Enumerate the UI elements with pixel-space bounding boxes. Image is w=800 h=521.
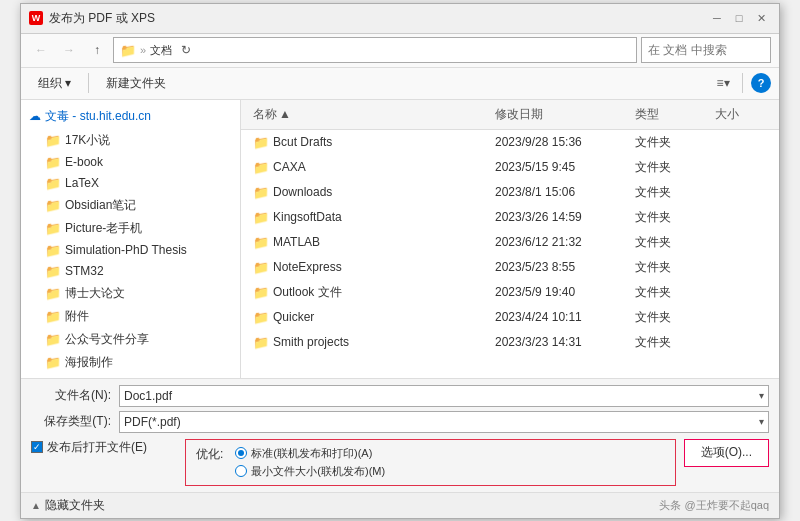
navigation-bar: ← → ↑ 📁 » 文档 ↻ 🔍 [21,34,779,68]
filetype-input[interactable]: PDF(*.pdf) ▾ [119,411,769,433]
table-row[interactable]: 📁Outlook 文件 2023/5/9 19:40 文件夹 [241,280,779,305]
file-list[interactable]: 📁Bcut Drafts 2023/9/28 15:36 文件夹 📁CAXA 2… [241,130,779,350]
sidebar-item-ebook[interactable]: 📁 E-book [21,152,240,173]
hide-folder-label: 隐藏文件夹 [45,497,105,514]
table-row[interactable]: 📁KingsoftData 2023/3/26 14:59 文件夹 [241,205,779,230]
publish-checkbox-input[interactable] [31,441,43,453]
new-folder-button[interactable]: 新建文件夹 [97,72,175,94]
address-bar[interactable]: 📁 » 文档 ↻ [113,37,637,63]
sidebar-account[interactable]: ☁ 文毒 - stu.hit.edu.cn [21,104,240,129]
sidebar-item-stm32[interactable]: 📁 STM32 [21,261,240,282]
filename-row: 文件名(N): Doc1.pdf ▾ [31,385,769,407]
table-row[interactable]: 📁Bcut Drafts 2023/9/28 15:36 文件夹 [241,130,779,155]
table-row[interactable]: 📁Quicker 2023/4/24 10:11 文件夹 [241,305,779,330]
folder-icon: 📁 [45,264,61,279]
table-row[interactable]: 📁Downloads 2023/8/1 15:06 文件夹 [241,180,779,205]
toolbar-right: ≡ ▾ ? [712,72,771,94]
cloud-icon: ☁ [29,109,41,123]
dialog-window: W 发布为 PDF 或 XPS ─ □ ✕ ← → ↑ 📁 » 文档 ↻ 🔍 组… [20,3,780,519]
folder-icon: 📁 [253,285,269,300]
folder-icon: 📁 [253,185,269,200]
window-controls: ─ □ ✕ [707,8,771,28]
sort-icon: ▲ [279,107,291,121]
folder-icon: 📁 [45,309,61,324]
toolbar-separator-2 [742,73,743,93]
folder-icon: 📁 [45,332,61,347]
folder-icon: 📁 [45,221,61,236]
options-button[interactable]: 选项(O)... [684,439,769,467]
main-area: ☁ 文毒 - stu.hit.edu.cn 📁 17K小说 📁 E-book 📁… [21,100,779,378]
sidebar-item-attachment[interactable]: 📁 附件 [21,305,240,328]
chevron-down-icon: ▾ [65,76,71,90]
folder-icon: 📁 [253,235,269,250]
title-bar-left: W 发布为 PDF 或 XPS [29,10,155,27]
filetype-row: 保存类型(T): PDF(*.pdf) ▾ [31,411,769,433]
refresh-button[interactable]: ↻ [176,40,196,60]
table-row[interactable]: 📁MATLAB 2023/6/12 21:32 文件夹 [241,230,779,255]
sidebar-item-obsidian[interactable]: 📁 Obsidian笔记 [21,194,240,217]
back-button[interactable]: ← [29,38,53,62]
up-button[interactable]: ↑ [85,38,109,62]
sidebar-item-latex[interactable]: 📁 LaTeX [21,173,240,194]
radio-dot-standard [235,447,247,459]
minimize-button[interactable]: ─ [707,8,727,28]
status-bar: ▲ 隐藏文件夹 头条 @王炸要不起qaq [21,492,779,518]
table-row[interactable]: 📁NoteExpress 2023/5/23 8:55 文件夹 [241,255,779,280]
filename-label: 文件名(N): [31,387,111,404]
folder-icon: 📁 [120,43,136,58]
forward-button[interactable]: → [57,38,81,62]
table-row[interactable]: 📁Smith projects 2023/3/23 14:31 文件夹 [241,330,779,350]
optimize-radio-standard[interactable]: 标准(联机发布和打印)(A) [235,446,385,461]
list-header: 名称 ▲ 修改日期 类型 大小 [241,100,779,130]
folder-icon: 📁 [253,210,269,225]
sidebar: ☁ 文毒 - stu.hit.edu.cn 📁 17K小说 📁 E-book 📁… [21,100,241,378]
folder-icon: 📁 [45,133,61,148]
dropdown-arrow-icon: ▾ [759,390,764,401]
optimize-radio-group: 标准(联机发布和打印)(A) 最小文件大小(联机发布)(M) [235,446,385,479]
status-left: ▲ 隐藏文件夹 [31,497,105,514]
options-area: 发布后打开文件(E) 优化: 标准(联机发布和打印)(A) 最小文件大小(联机发… [31,439,769,486]
header-type[interactable]: 类型 [631,104,711,125]
folder-icon: 📁 [45,198,61,213]
optimize-radio-minimal[interactable]: 最小文件大小(联机发布)(M) [235,464,385,479]
sidebar-item-poster[interactable]: 📁 海报制作 [21,351,240,374]
sidebar-item-phd[interactable]: 📁 博士大论文 [21,282,240,305]
folder-icon: 📁 [45,355,61,370]
search-bar[interactable]: 🔍 [641,37,771,63]
bottom-form: 文件名(N): Doc1.pdf ▾ 保存类型(T): PDF(*.pdf) ▾… [21,378,779,492]
view-button[interactable]: ≡ ▾ [712,72,734,94]
sidebar-item-picture[interactable]: 📁 Picture-老手机 [21,217,240,240]
folder-icon: 📁 [45,176,61,191]
chevron-down-icon: ▾ [724,76,730,90]
close-button[interactable]: ✕ [751,8,771,28]
address-text: 文档 [150,43,172,58]
maximize-button[interactable]: □ [729,8,749,28]
search-input[interactable] [648,43,798,57]
expand-icon: ▲ [31,500,41,511]
header-size[interactable]: 大小 [711,104,771,125]
app-icon: W [29,11,43,25]
folder-icon: 📁 [253,335,269,350]
folder-icon: 📁 [45,286,61,301]
sidebar-item-simulation[interactable]: 📁 Simulation-PhD Thesis [21,240,240,261]
watermark: 头条 @王炸要不起qaq [659,498,769,513]
radio-dot-minimal [235,465,247,477]
dropdown-arrow-icon: ▾ [759,416,764,427]
help-button[interactable]: ? [751,73,771,93]
header-name[interactable]: 名称 ▲ [249,104,491,125]
organize-button[interactable]: 组织 ▾ [29,72,80,94]
toolbar-separator [88,73,89,93]
folder-icon: 📁 [253,160,269,175]
folder-icon: 📁 [253,310,269,325]
filename-input[interactable]: Doc1.pdf ▾ [119,385,769,407]
sidebar-item-17k[interactable]: 📁 17K小说 [21,129,240,152]
title-bar: W 发布为 PDF 或 XPS ─ □ ✕ [21,4,779,34]
table-row[interactable]: 📁CAXA 2023/5/15 9:45 文件夹 [241,155,779,180]
header-date[interactable]: 修改日期 [491,104,631,125]
folder-icon: 📁 [253,135,269,150]
sidebar-item-weixin[interactable]: 📁 公众号文件分享 [21,328,240,351]
folder-icon: 📁 [253,260,269,275]
folder-icon: 📁 [45,155,61,170]
publish-checkbox[interactable]: 发布后打开文件(E) [31,439,147,456]
dialog-title: 发布为 PDF 或 XPS [49,10,155,27]
